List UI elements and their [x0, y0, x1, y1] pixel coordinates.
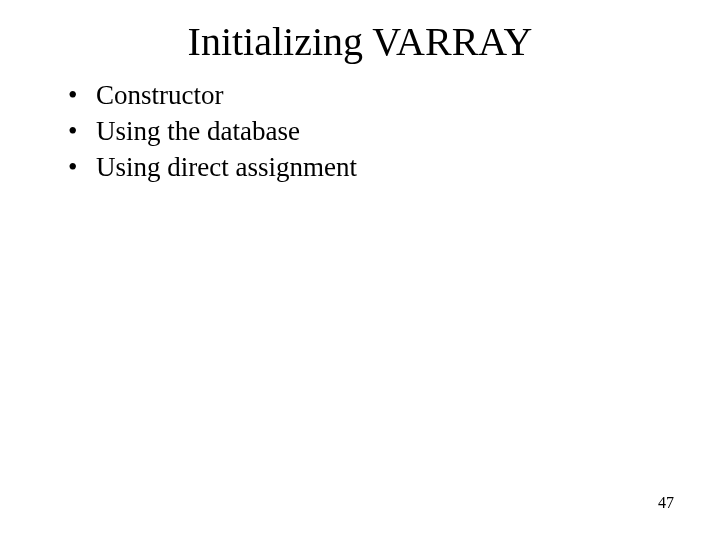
slide-title: Initializing VARRAY — [110, 18, 610, 65]
list-item: Constructor — [68, 79, 670, 113]
list-item: Using the database — [68, 115, 670, 149]
list-item: Using direct assignment — [68, 151, 670, 185]
bullet-list: Constructor Using the database Using dir… — [50, 79, 670, 184]
page-number: 47 — [658, 494, 674, 512]
slide-container: Initializing VARRAY Constructor Using th… — [0, 0, 720, 540]
